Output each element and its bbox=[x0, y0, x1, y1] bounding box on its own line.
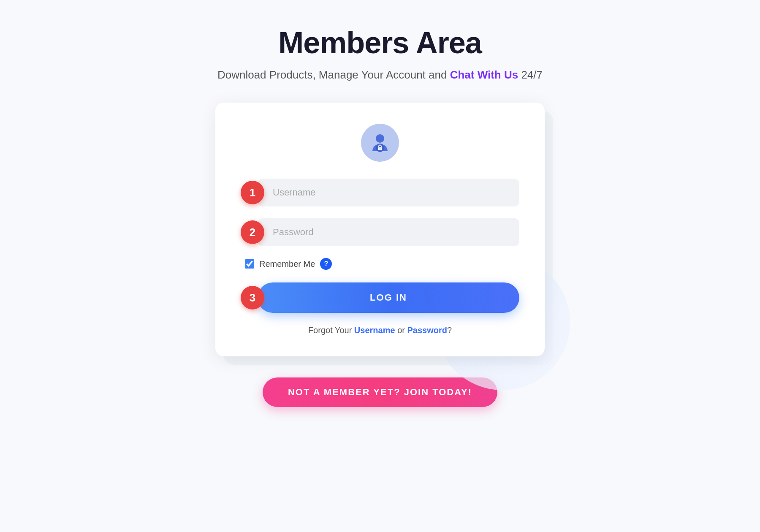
help-icon[interactable]: ? bbox=[320, 258, 332, 270]
avatar bbox=[361, 124, 399, 162]
svg-point-3 bbox=[380, 148, 380, 149]
subtitle-text-suffix: 24/7 bbox=[518, 68, 543, 81]
password-row: 2 bbox=[241, 218, 519, 246]
avatar-container bbox=[241, 124, 519, 162]
join-button[interactable]: NOT A MEMBER YET? JOIN TODAY! bbox=[263, 377, 497, 407]
card-wrapper: 1 2 Remember Me ? 3 LOG IN Forgot Your U… bbox=[215, 103, 545, 356]
forgot-suffix: ? bbox=[447, 326, 452, 335]
forgot-username-link[interactable]: Username bbox=[354, 326, 395, 335]
user-lock-icon bbox=[369, 132, 391, 154]
step-3-badge: 3 bbox=[241, 286, 264, 309]
page-title: Members Area bbox=[278, 25, 482, 60]
forgot-row: Forgot Your Username or Password? bbox=[241, 326, 519, 335]
login-button[interactable]: LOG IN bbox=[258, 282, 519, 313]
username-row: 1 bbox=[241, 179, 519, 206]
subtitle-text-prefix: Download Products, Manage Your Account a… bbox=[217, 68, 450, 81]
username-input[interactable] bbox=[258, 179, 519, 206]
forgot-password-link[interactable]: Password bbox=[407, 326, 447, 335]
forgot-prefix: Forgot Your bbox=[308, 326, 354, 335]
login-card: 1 2 Remember Me ? 3 LOG IN Forgot Your U… bbox=[215, 103, 545, 356]
password-input[interactable] bbox=[258, 218, 519, 246]
page-subtitle: Download Products, Manage Your Account a… bbox=[217, 68, 543, 81]
remember-me-checkbox[interactable] bbox=[245, 259, 254, 269]
remember-me-row: Remember Me ? bbox=[241, 258, 519, 270]
step-2-badge: 2 bbox=[241, 220, 264, 244]
svg-point-0 bbox=[376, 134, 384, 143]
login-row: 3 LOG IN bbox=[241, 282, 519, 313]
chat-with-us-link[interactable]: Chat With Us bbox=[450, 68, 518, 81]
forgot-or: or bbox=[395, 326, 407, 335]
remember-me-label: Remember Me bbox=[259, 259, 315, 269]
step-1-badge: 1 bbox=[241, 181, 264, 204]
